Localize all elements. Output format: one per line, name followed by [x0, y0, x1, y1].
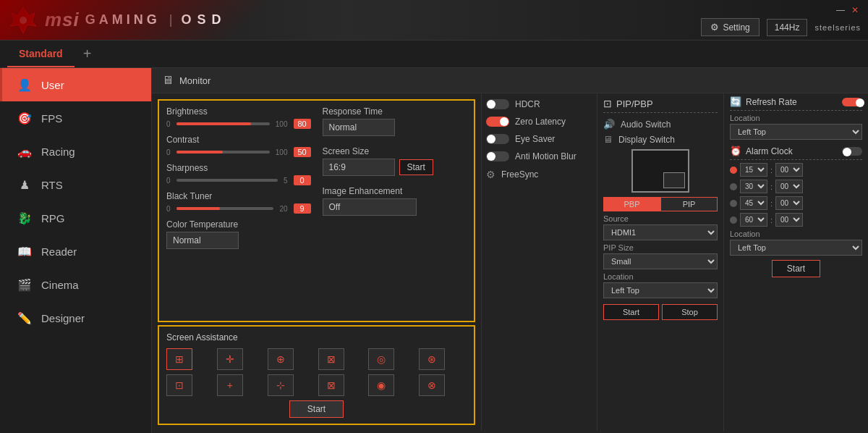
sidebar-item-designer[interactable]: ✏️ Designer [0, 301, 151, 335]
pbp-tab[interactable]: PBP [603, 197, 660, 211]
zero-latency-toggle[interactable] [486, 117, 509, 127]
screen-assistance-start-button[interactable]: Start [289, 400, 344, 418]
main-layout: 👤 User 🎯 FPS 🚗 Racing ♟ RTS 🐉 RPG 📖 Read… [0, 68, 868, 433]
sharpness-max: 5 [284, 177, 288, 185]
black-tuner-control: Black Tuner 0 20 9 [166, 191, 311, 214]
brightness-max: 100 [276, 120, 288, 128]
sidebar-item-reader[interactable]: 📖 Reader [0, 235, 151, 268]
sidebar-label-designer: Designer [41, 312, 85, 324]
minimize-button[interactable]: — [835, 4, 846, 16]
alarm-start-button[interactable]: Start [772, 260, 820, 277]
screen-size-label: Screen Size [323, 146, 467, 156]
racing-icon: 🚗 [17, 143, 33, 159]
alarm-minutes-2[interactable]: 00 [775, 180, 803, 193]
alarm-hours-4[interactable]: 60 [740, 213, 767, 227]
pip-start-button[interactable]: Start [603, 304, 659, 320]
user-icon: 👤 [17, 77, 33, 93]
right-panels: 🔄 Refresh Rate Location Left Top Right T… [723, 93, 868, 431]
alarm-clock-toggle[interactable] [842, 147, 862, 156]
pip-tab[interactable]: PIP [660, 197, 718, 211]
response-time-select[interactable]: Normal Fast Fastest [323, 119, 395, 136]
assist-icon-6[interactable]: ⊛ [419, 348, 445, 370]
brightness-label: Brightness [166, 106, 311, 117]
contrast-control: Contrast 0 100 50 [166, 135, 311, 157]
sidebar-item-rpg[interactable]: 🐉 RPG [0, 201, 151, 235]
pip-pbp-label: PIP/PBP [616, 98, 653, 109]
refresh-rate-toggle[interactable] [842, 98, 862, 106]
pip-location-select[interactable]: Left Top Right Top Left Bottom Right Bot… [603, 282, 718, 298]
pip-size-select[interactable]: Small Medium Large [603, 253, 718, 269]
rpg-icon: 🐉 [17, 210, 33, 226]
alarm-clock-icon: ⏰ [730, 146, 741, 156]
tab-add-button[interactable]: + [75, 46, 101, 62]
sidebar-item-user[interactable]: 👤 User [0, 68, 151, 101]
pip-preview [631, 149, 689, 193]
assist-icon-2[interactable]: ✛ [217, 348, 243, 370]
anti-motion-blur-toggle[interactable] [486, 151, 509, 161]
refresh-rate-icon: 🔄 [730, 96, 741, 107]
hdcr-toggle[interactable] [486, 99, 509, 109]
assist-icon-3[interactable]: ⊕ [268, 348, 294, 370]
sidebar-item-racing[interactable]: 🚗 Racing [0, 135, 151, 168]
assist-icon-12[interactable]: ⊗ [419, 374, 445, 396]
contrast-track[interactable] [176, 151, 270, 154]
assist-icon-7[interactable]: ⊡ [166, 374, 192, 396]
assist-icon-1[interactable]: ⊞ [166, 348, 192, 370]
sidebar-item-rts[interactable]: ♟ RTS [0, 168, 151, 201]
black-tuner-track[interactable] [176, 207, 274, 210]
assist-icon-4[interactable]: ⊠ [318, 348, 344, 370]
screen-assistance-label: Screen Assistance [166, 332, 467, 342]
response-time-label: Response Time [323, 106, 467, 117]
alarm-clock-label: Alarm Clock [746, 146, 793, 156]
close-button[interactable]: ✕ [849, 4, 861, 16]
sidebar-label-reader: Reader [41, 245, 77, 258]
eye-saver-toggle[interactable] [486, 134, 509, 144]
alarm-hours-1[interactable]: 15 [740, 163, 767, 177]
brightness-track[interactable] [176, 122, 270, 125]
assist-icon-9[interactable]: ⊹ [268, 374, 294, 396]
assist-icon-11[interactable]: ◉ [368, 374, 394, 396]
pip-pbp-icon: ⊡ [603, 98, 612, 109]
assist-icons-row1: ⊞ ✛ ⊕ ⊠ ◎ ⊛ [166, 348, 467, 370]
contrast-fill [176, 151, 224, 154]
title-bar: msi GAMING | OSD — ✕ ⚙ Setting 144Hz ste… [0, 0, 868, 41]
sharpness-value: 0 [294, 175, 311, 185]
black-tuner-fill [176, 207, 221, 210]
screen-size-select[interactable]: 16:9 4:3 Auto [323, 159, 395, 176]
screen-size-start-button[interactable]: Start [399, 159, 433, 175]
alarm-minutes-4[interactable]: 00 [775, 213, 803, 227]
alarm-minutes-3[interactable]: 00 [775, 196, 803, 210]
assist-icon-5[interactable]: ◎ [368, 348, 394, 370]
controls-box: Brightness 0 100 80 [158, 99, 475, 322]
setting-button[interactable]: ⚙ Setting [701, 18, 759, 36]
sidebar-item-fps[interactable]: 🎯 FPS [0, 101, 151, 135]
pip-source-select[interactable]: HDMI1 HDMI2 DP [603, 224, 718, 240]
tab-standard[interactable]: Standard [7, 41, 75, 67]
assist-icon-8[interactable]: + [217, 374, 243, 396]
alarm-times-list: 15 : 00 30 : 00 45 : [730, 163, 862, 227]
alarm-hours-2[interactable]: 30 [740, 180, 767, 193]
alarm-hours-3[interactable]: 45 [740, 196, 767, 210]
pip-stop-button[interactable]: Stop [662, 304, 718, 320]
tab-bar: Standard + [0, 41, 868, 68]
contrast-max: 100 [276, 148, 288, 156]
zero-latency-label: Zero Latency [515, 117, 566, 127]
alarm-location-select[interactable]: Left Top Right Top Left Bottom Right Bot… [730, 240, 862, 256]
screen-size-row: 16:9 4:3 Auto Start [323, 159, 467, 176]
refresh-rate-label: Refresh Rate [746, 97, 797, 107]
sidebar-item-cinema[interactable]: 🎬 Cinema [0, 268, 151, 301]
eye-saver-switch-row: Eye Saver [486, 134, 592, 144]
right-controls-column: Response Time Normal Fast Fastest Screen… [323, 106, 467, 255]
color-temp-select[interactable]: Normal Warm Cool Custom [166, 232, 239, 249]
refresh-rate-location-select[interactable]: Left Top Right Top Left Bottom Right Bot… [730, 124, 862, 140]
image-enhancement-control: Image Enhancement Off Weak Medium Strong… [323, 186, 467, 216]
assist-icon-10[interactable]: ⊠ [318, 374, 344, 396]
sharpness-track[interactable] [176, 179, 278, 182]
image-enhancement-select[interactable]: Off Weak Medium Strong Strongest [323, 198, 417, 216]
alarm-dot-1 [730, 167, 737, 174]
window-controls: — ✕ [835, 4, 861, 16]
alarm-minutes-1[interactable]: 00 [775, 163, 803, 177]
alarm-dot-2 [730, 183, 737, 190]
setting-icon: ⚙ [710, 22, 719, 33]
refresh-rate-section: 🔄 Refresh Rate Location Left Top Right T… [730, 96, 862, 140]
